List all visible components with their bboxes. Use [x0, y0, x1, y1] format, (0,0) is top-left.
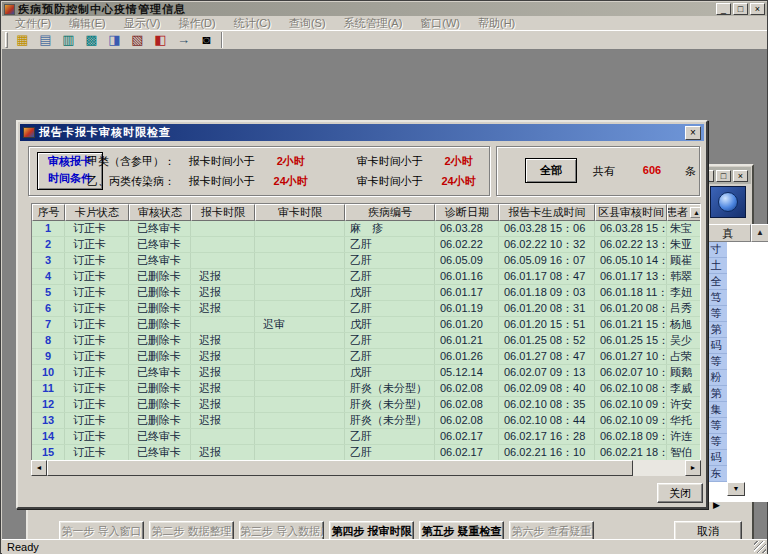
horizontal-scrollbar: ◄ ►: [31, 460, 701, 476]
table-row[interactable]: 2 订正卡 已终审卡 乙肝 06.02.22 06.02.22 10：32 06…: [32, 237, 700, 253]
close-dialog-button[interactable]: 关闭: [657, 483, 703, 503]
table-row[interactable]: 12 订正卡 已删除卡 迟报 肝炎（未分型） 06.02.08 06.02.10…: [32, 397, 700, 413]
menu-item[interactable]: 编辑(E): [60, 16, 115, 31]
table-row[interactable]: 6 订正卡 已删除卡 迟报 乙肝 06.01.19 06.01.20 08：31…: [32, 301, 700, 317]
scrollbar-thumb[interactable]: [47, 460, 633, 476]
card-filter-icon[interactable]: ▥: [57, 31, 80, 49]
cell-created-time: 06.02.17 16：28: [499, 429, 595, 444]
table-row[interactable]: 1 订正卡 已终审卡 麻 疹 06.03.28 06.03.28 15：06 0…: [32, 221, 700, 237]
menu-item[interactable]: 帮助(H): [469, 16, 524, 31]
dialog-close-button[interactable]: ×: [685, 126, 701, 140]
cell-report-limit: 迟报: [191, 445, 255, 460]
menu-item[interactable]: 文件(F): [6, 16, 60, 31]
cell-county-audit-time: 06.02.10 09：22: [595, 413, 667, 428]
minimize-button[interactable]: _: [716, 3, 731, 15]
menu-item[interactable]: 查询(S): [280, 16, 335, 31]
table-row[interactable]: 9 订正卡 已删除卡 迟报 乙肝 06.01.26 06.01.27 08：47…: [32, 349, 700, 365]
card-organize-icon[interactable]: ▩: [80, 31, 103, 49]
data-export-icon[interactable]: ◨: [103, 31, 126, 49]
audit-time-value: 2小时: [432, 154, 485, 169]
col-header-index[interactable]: 序号: [32, 204, 65, 221]
scroll-left-icon[interactable]: ◄: [31, 460, 47, 476]
all-button[interactable]: 全部: [525, 158, 577, 183]
cell-created-time: 06.02.10 08：35: [499, 397, 595, 412]
col-header-disease[interactable]: 疾病编号: [345, 204, 435, 221]
cell-card-status: 订正卡: [65, 317, 129, 332]
table-row[interactable]: 11 订正卡 已删除卡 迟报 肝炎（未分型） 06.02.08 06.02.09…: [32, 381, 700, 397]
report-time-value: 2小时: [264, 154, 317, 169]
cell-audit-status: 已终审卡: [129, 221, 191, 236]
cell-audit-limit: [255, 429, 345, 444]
app-icon: [4, 4, 15, 15]
cell-county-audit-time: 06.02.22 13：13: [595, 237, 667, 252]
selected-app-icon[interactable]: [710, 186, 746, 218]
report-table: 序号 卡片状态 审核状态 报卡时限 审卡时限 疾病编号 诊断日期 报告卡生成时间…: [31, 203, 701, 476]
restore-button[interactable]: □: [733, 3, 748, 15]
col-header-patient[interactable]: 患者 ▲: [667, 204, 701, 221]
report-edit-icon[interactable]: ▧: [126, 31, 149, 49]
card-import-icon[interactable]: ◧: [149, 31, 172, 49]
cell-disease: 麻 疹: [345, 221, 435, 236]
cell-diagnosis-date: 06.02.08: [435, 381, 499, 396]
cell-index: 8: [32, 333, 65, 348]
table-row[interactable]: 7 订正卡 已删除卡 迟审 戊肝 06.01.20 06.01.20 15：51…: [32, 317, 700, 333]
cell-audit-limit: [255, 253, 345, 268]
cell-index: 15: [32, 445, 65, 460]
col-header-diagnosis-date[interactable]: 诊断日期: [435, 204, 499, 221]
menu-item[interactable]: 显示(V): [115, 16, 170, 31]
col-header-audit-limit[interactable]: 审卡时限: [255, 204, 345, 221]
table-row[interactable]: 8 订正卡 已删除卡 迟报 乙肝 06.01.21 06.01.25 08：52…: [32, 333, 700, 349]
cell-index: 1: [32, 221, 65, 236]
table-row[interactable]: 5 订正卡 已删除卡 迟报 戊肝 06.01.17 06.01.18 09：03…: [32, 285, 700, 301]
table-row[interactable]: 14 订正卡 已终审卡 乙肝 06.02.17 06.02.17 16：28 0…: [32, 429, 700, 445]
menu-item[interactable]: 系统管理(A): [335, 16, 412, 31]
col-header-created-time[interactable]: 报告卡生成时间: [499, 204, 595, 221]
cell-created-time: 06.01.25 08：52: [499, 333, 595, 348]
col-header-county-audit-time[interactable]: 区县审核时间: [595, 204, 667, 221]
count-label: 共有: [593, 164, 615, 179]
toolbar-separator: [221, 32, 223, 48]
col-header-audit-status[interactable]: 审核状态: [129, 204, 191, 221]
menu-item[interactable]: 统计(C): [225, 16, 280, 31]
resize-grip[interactable]: [754, 541, 766, 553]
table-row[interactable]: 15 订正卡 已终审卡 迟报 乙肝 06.02.17 06.02.21 16：1…: [32, 445, 700, 461]
power-off-icon[interactable]: ◙: [195, 31, 218, 49]
cell-patient: 顾崔: [667, 253, 701, 268]
cell-audit-limit: [255, 365, 345, 380]
cell-audit-status: 已删除卡: [129, 285, 191, 300]
cell-county-audit-time: 06.01.25 15：45: [595, 333, 667, 348]
cell-county-audit-time: 06.03.28 15：18: [595, 221, 667, 236]
cell-patient: 杨旭: [667, 317, 701, 332]
cell-disease: 肝炎（未分型）: [345, 413, 435, 428]
card-browse-icon[interactable]: ▦: [11, 31, 34, 49]
card-open-icon[interactable]: ▤: [34, 31, 57, 49]
close-button[interactable]: ×: [750, 3, 765, 15]
cell-report-limit: 迟报: [191, 285, 255, 300]
scroll-right-icon[interactable]: ►: [685, 460, 701, 476]
mdi-workspace: _ □ × 真 ▲ 寸 土 全 笃: [2, 50, 767, 539]
bg-restore-button[interactable]: □: [716, 170, 731, 182]
table-row[interactable]: 10 订正卡 已终审卡 迟报 戊肝 05.12.14 06.02.07 09：1…: [32, 365, 700, 381]
cell-index: 7: [32, 317, 65, 332]
cell-disease: 戊肝: [345, 365, 435, 380]
table-row[interactable]: 4 订正卡 已删除卡 迟报 乙肝 06.01.16 06.01.17 08：47…: [32, 269, 700, 285]
background-grid-cell: 第: [705, 386, 727, 402]
cell-index: 10: [32, 365, 65, 380]
table-row[interactable]: 3 订正卡 已终审卡 乙肝 06.05.09 06.05.09 16：07 06…: [32, 253, 700, 269]
col-header-report-limit[interactable]: 报卡时限: [191, 204, 255, 221]
scroll-down-icon[interactable]: ▼: [727, 482, 745, 496]
background-grid: 真 ▲ 寸 土 全 笃 等 第 码: [704, 224, 768, 502]
sort-up-icon[interactable]: ▲: [751, 224, 768, 242]
toolbar: ▦ ▤ ▥ ▩ ◨ ▧ ◧: [2, 30, 767, 50]
cell-diagnosis-date: 06.02.17: [435, 445, 499, 460]
cell-card-status: 订正卡: [65, 301, 129, 316]
exit-arrow-icon[interactable]: →: [172, 31, 195, 49]
cell-card-status: 订正卡: [65, 349, 129, 364]
menu-item[interactable]: 窗口(W): [411, 16, 469, 31]
condition-rows: 甲类（含参甲）： 报卡时间小于 2小时 审卡时间小于 2小时 乙、丙类传染病： …: [87, 147, 485, 195]
table-row[interactable]: 13 订正卡 已删除卡 迟报 肝炎（未分型） 06.02.08 06.02.10…: [32, 413, 700, 429]
menu-item[interactable]: 操作(D): [169, 16, 224, 31]
bg-close-button[interactable]: ×: [733, 170, 748, 182]
background-grid-header[interactable]: 真: [705, 224, 751, 242]
col-header-card-status[interactable]: 卡片状态: [65, 204, 129, 221]
